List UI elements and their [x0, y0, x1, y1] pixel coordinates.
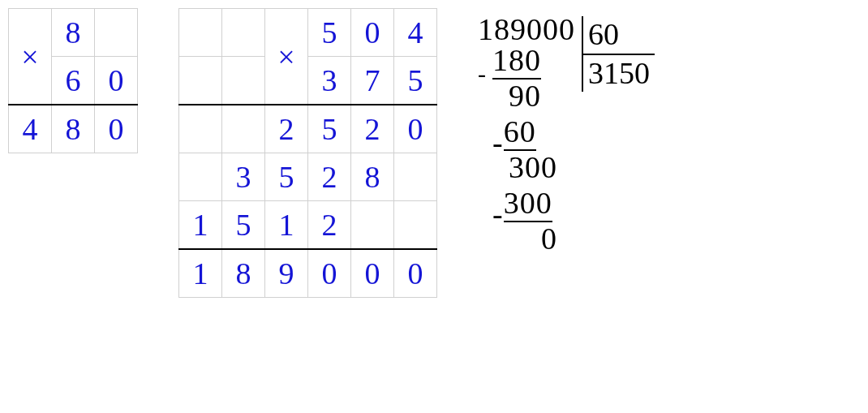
- times-symbol: ×: [9, 9, 52, 105]
- digit-cell: 0: [351, 9, 394, 57]
- digit-cell: 2: [265, 105, 308, 153]
- divisor: 60: [583, 16, 655, 55]
- digit-cell: 5: [222, 201, 265, 250]
- minus-sign: -: [492, 126, 504, 160]
- digit-cell: [179, 105, 222, 153]
- digit-cell: [179, 153, 222, 201]
- digit-cell: [179, 9, 222, 57]
- multiplication-large: × 5 0 4 3 7 5 2 5 2 0 3 5 2 8: [178, 8, 437, 298]
- step-text: 300: [504, 187, 552, 222]
- long-division: 189000 - 180 090 -60: [478, 8, 655, 258]
- step-value: -60: [492, 115, 536, 151]
- minus-sign: -: [492, 197, 504, 231]
- digit-cell: 2: [308, 201, 351, 250]
- step-text: 60: [504, 115, 536, 151]
- multiplication-small: × 8 6 0 4 8 0: [8, 8, 138, 153]
- digit-cell: 8: [52, 9, 95, 57]
- step-value: -300: [492, 187, 552, 222]
- digit-cell: 5: [265, 153, 308, 201]
- division-work: - 180 090 -60 0300: [478, 44, 557, 258]
- digit-cell: 1: [179, 201, 222, 250]
- digit-cell: 4: [9, 105, 52, 153]
- remainder-text: 90: [509, 79, 541, 113]
- digit-cell: [394, 153, 437, 201]
- digit-cell: 8: [52, 105, 95, 153]
- digit-cell: 0: [95, 105, 138, 153]
- digit-cell: [222, 9, 265, 57]
- remainder-text: 300: [509, 150, 557, 184]
- digit-cell: 8: [351, 153, 394, 201]
- digit-cell: 3: [222, 153, 265, 201]
- digit-cell: 5: [308, 9, 351, 57]
- dividend: 189000: [478, 13, 582, 47]
- digit-cell: 1: [179, 249, 222, 298]
- digit-cell: [351, 201, 394, 250]
- digit-cell: 3: [308, 57, 351, 105]
- digit-cell: 0: [95, 57, 138, 105]
- division-bracket: 60 3150: [582, 16, 655, 92]
- digit-cell: [394, 201, 437, 250]
- digit-cell: [179, 57, 222, 105]
- digit-cell: 5: [308, 105, 351, 153]
- digit-cell: [95, 9, 138, 57]
- digit-cell: 5: [394, 57, 437, 105]
- minus-sign: -: [478, 60, 492, 87]
- quotient: 3150: [583, 55, 655, 92]
- times-symbol: ×: [265, 9, 308, 105]
- digit-cell: [222, 105, 265, 153]
- digit-cell: 4: [394, 9, 437, 57]
- digit-cell: 0: [351, 249, 394, 298]
- digit-cell: 2: [308, 153, 351, 201]
- digit-cell: 0: [394, 105, 437, 153]
- digit-cell: 2: [351, 105, 394, 153]
- digit-cell: 7: [351, 57, 394, 105]
- digit-cell: 0: [308, 249, 351, 298]
- digit-cell: 1: [265, 201, 308, 250]
- digit-cell: 9: [265, 249, 308, 298]
- digit-cell: 6: [52, 57, 95, 105]
- step-value: 180: [492, 44, 541, 80]
- digit-cell: [222, 57, 265, 105]
- remainder-value: 090: [492, 80, 541, 114]
- digit-cell: 0: [394, 249, 437, 298]
- remainder-text: 0: [541, 222, 557, 256]
- digit-cell: 8: [222, 249, 265, 298]
